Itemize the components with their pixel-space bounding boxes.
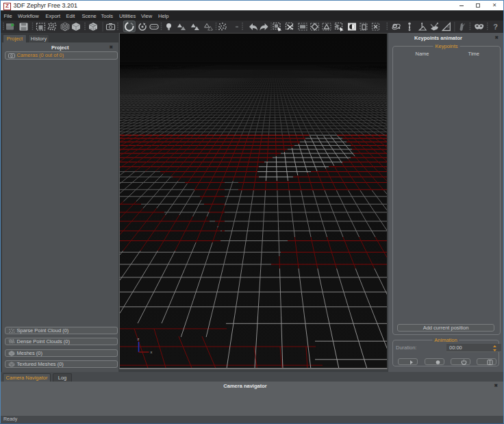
svg-text:?: ?: [493, 23, 498, 31]
svg-text:x: x: [151, 350, 153, 354]
svg-text:z: z: [138, 337, 140, 341]
